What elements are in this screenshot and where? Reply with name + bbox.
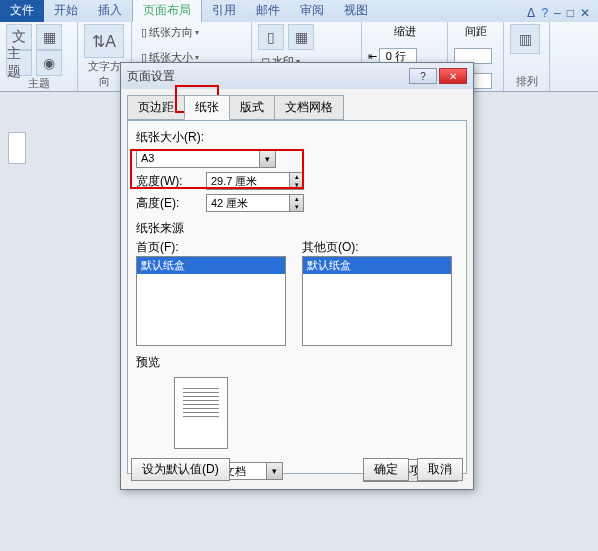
height-label: 高度(E):	[136, 195, 200, 212]
other-pages-label: 其他页(O):	[302, 239, 452, 256]
width-input[interactable]: 29.7 厘米 ▴▾	[206, 172, 304, 190]
tab-home[interactable]: 开始	[44, 0, 88, 22]
tab-paper[interactable]: 纸张	[184, 95, 230, 120]
page-setup-dialog: 页面设置 ? ✕ 页边距 纸张 版式 文档网格 纸张大小(R): A3 ▾ 宽度…	[120, 62, 474, 490]
window-help-icons: ᐃ ? – □ ✕	[519, 4, 598, 22]
chevron-down-icon[interactable]: ▾	[259, 151, 275, 167]
text-direction-button[interactable]: ⇅A	[84, 24, 124, 58]
preview-page	[174, 377, 228, 449]
tab-layout[interactable]: 版式	[229, 95, 275, 120]
width-label: 宽度(W):	[136, 173, 200, 190]
cancel-button[interactable]: 取消	[417, 458, 463, 481]
preview-label: 预览	[136, 354, 458, 371]
arrange-icon[interactable]: ▥	[510, 24, 540, 54]
other-pages-listbox[interactable]: 默认纸盒	[302, 256, 452, 346]
minimize-ribbon-icon[interactable]: ᐃ	[527, 6, 535, 20]
height-input[interactable]: 42 厘米 ▴▾	[206, 194, 304, 212]
paper-source-label: 纸张来源	[136, 220, 458, 237]
dialog-tabs: 页边距 纸张 版式 文档网格	[127, 95, 467, 120]
window-min-icon[interactable]: –	[554, 6, 561, 20]
tab-file[interactable]: 文件	[0, 0, 44, 22]
chevron-down-icon[interactable]: ▾	[266, 463, 282, 479]
spin-up-icon[interactable]: ▴	[290, 195, 303, 203]
set-default-button[interactable]: 设为默认值(D)	[131, 458, 230, 481]
orientation-menu[interactable]: ▯纸张方向▾	[138, 24, 245, 41]
tab-review[interactable]: 审阅	[290, 0, 334, 22]
list-item[interactable]: 默认纸盒	[303, 257, 451, 274]
arrange-label: 排列	[510, 74, 543, 89]
window-close-icon[interactable]: ✕	[580, 6, 590, 20]
group-theme-label: 主题	[6, 76, 71, 91]
spacing-label: 间距	[454, 24, 497, 39]
tab-references[interactable]: 引用	[202, 0, 246, 22]
page-edge	[8, 132, 26, 164]
ok-button[interactable]: 确定	[363, 458, 409, 481]
spin-up-icon[interactable]: ▴	[290, 173, 303, 181]
tab-insert[interactable]: 插入	[88, 0, 132, 22]
fonts-icon[interactable]: ◉	[36, 50, 62, 76]
paper-size-combo[interactable]: A3 ▾	[136, 150, 276, 168]
first-page-label: 首页(F):	[136, 239, 286, 256]
first-page-listbox[interactable]: 默认纸盒	[136, 256, 286, 346]
dialog-pane: 纸张大小(R): A3 ▾ 宽度(W): 29.7 厘米 ▴▾ 高度(E): 4…	[127, 120, 467, 474]
window-restore-icon[interactable]: □	[567, 6, 574, 20]
tab-view[interactable]: 视图	[334, 0, 378, 22]
colors-icon[interactable]: ▦	[36, 24, 62, 50]
spin-down-icon[interactable]: ▾	[290, 181, 303, 189]
paper-size-label: 纸张大小(R):	[136, 129, 458, 146]
dialog-titlebar: 页面设置 ? ✕	[121, 63, 473, 89]
text-direction-label: 文字方向	[84, 59, 125, 89]
ribbon-tab-strip: 文件 开始 插入 页面布局 引用 邮件 审阅 视图 ᐃ ? – □ ✕	[0, 0, 598, 22]
tab-mailings[interactable]: 邮件	[246, 0, 290, 22]
tab-doc-grid[interactable]: 文档网格	[274, 95, 344, 120]
dialog-close-icon[interactable]: ✕	[439, 68, 467, 84]
tab-margins[interactable]: 页边距	[127, 95, 185, 120]
dialog-title: 页面设置	[127, 68, 175, 85]
page-icon[interactable]: ▯	[258, 24, 284, 50]
tab-page-layout[interactable]: 页面布局	[132, 0, 202, 22]
list-item[interactable]: 默认纸盒	[137, 257, 285, 274]
indent-label: 缩进	[368, 24, 441, 39]
spin-down-icon[interactable]: ▾	[290, 203, 303, 211]
help-icon[interactable]: ?	[541, 6, 548, 20]
theme-btn[interactable]: 主题	[6, 50, 32, 76]
dialog-help-icon[interactable]: ?	[409, 68, 437, 84]
grid-icon[interactable]: ▦	[288, 24, 314, 50]
